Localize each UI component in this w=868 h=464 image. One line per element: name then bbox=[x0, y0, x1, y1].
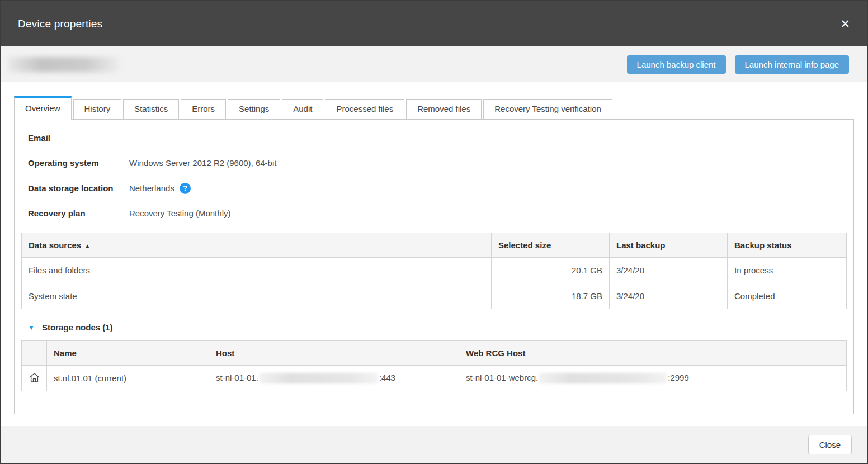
column-header-backup-status[interactable]: Backup status bbox=[728, 233, 847, 258]
dialog-title: Device properties bbox=[18, 18, 102, 30]
dialog-footer: Close bbox=[1, 426, 867, 463]
field-data-storage-location: Data storage location Netherlands ? bbox=[28, 182, 840, 194]
tab-overview[interactable]: Overview bbox=[14, 96, 72, 120]
home-icon bbox=[29, 376, 40, 385]
data-sources-header-row: Data sources▲ Selected size Last backup … bbox=[22, 233, 847, 258]
data-source-name: System state bbox=[22, 283, 492, 309]
field-label-data-storage-location: Data storage location bbox=[28, 183, 129, 193]
storage-nodes-title: Storage nodes (1) bbox=[42, 323, 113, 332]
data-source-name: Files and folders bbox=[22, 258, 492, 283]
field-value-recovery-plan: Recovery Testing (Monthly) bbox=[129, 209, 230, 218]
last-backup-value: 3/24/20 bbox=[610, 283, 728, 309]
field-label-recovery-plan: Recovery plan bbox=[28, 209, 129, 218]
help-icon[interactable]: ? bbox=[180, 183, 191, 194]
collapse-triangle-icon: ▼ bbox=[28, 324, 35, 332]
tab-errors[interactable]: Errors bbox=[181, 99, 226, 119]
column-header-data-sources[interactable]: Data sources▲ bbox=[22, 233, 492, 258]
sort-ascending-icon: ▲ bbox=[84, 243, 90, 249]
tab-recovery-testing-verification[interactable]: Recovery Testing verification bbox=[483, 99, 612, 119]
close-icon[interactable]: ✕ bbox=[840, 18, 850, 30]
column-header-web-rcg-host[interactable]: Web RCG Host bbox=[459, 341, 847, 366]
column-header-last-backup[interactable]: Last backup bbox=[610, 233, 728, 258]
selected-size-value: 20.1 GB bbox=[492, 258, 610, 283]
device-fields: Email Operating system Windows Server 20… bbox=[28, 132, 840, 219]
field-email: Email bbox=[28, 132, 840, 144]
tab-statistics[interactable]: Statistics bbox=[123, 99, 179, 119]
selected-size-value: 18.7 GB bbox=[492, 283, 610, 309]
web-rcg-host-redacted bbox=[539, 373, 667, 383]
device-properties-dialog: Device properties ✕ Launch backup client… bbox=[0, 0, 868, 464]
data-sources-table: Data sources▲ Selected size Last backup … bbox=[21, 233, 847, 309]
launch-internal-info-page-button[interactable]: Launch internal info page bbox=[735, 55, 849, 74]
tab-bar: Overview History Statistics Errors Setti… bbox=[14, 96, 854, 119]
backup-status-value: In process bbox=[728, 258, 847, 283]
storage-node-host: st-nl-01-01.:443 bbox=[209, 366, 459, 391]
tab-history[interactable]: History bbox=[73, 99, 122, 119]
launch-button-group: Launch backup client Launch internal inf… bbox=[627, 55, 849, 74]
home-icon-cell bbox=[22, 366, 47, 391]
tab-settings[interactable]: Settings bbox=[228, 99, 280, 119]
table-row[interactable]: Files and folders 20.1 GB 3/24/20 In pro… bbox=[22, 258, 847, 283]
close-button[interactable]: Close bbox=[808, 435, 852, 454]
column-header-selected-size[interactable]: Selected size bbox=[492, 233, 610, 258]
overview-panel: Email Operating system Windows Server 20… bbox=[14, 119, 854, 414]
column-header-host[interactable]: Host bbox=[209, 341, 459, 366]
storage-node-web-rcg-host: st-nl-01-01-webrcg.:2999 bbox=[459, 366, 847, 391]
storage-nodes-toggle[interactable]: ▼ Storage nodes (1) bbox=[28, 323, 840, 332]
launch-backup-client-button[interactable]: Launch backup client bbox=[627, 55, 726, 74]
field-value-data-storage-location: Netherlands ? bbox=[129, 183, 191, 194]
data-storage-location-text: Netherlands bbox=[129, 183, 174, 193]
storage-node-name: st.nl.01.01 (current) bbox=[47, 366, 209, 391]
field-value-operating-system: Windows Server 2012 R2 (9600), 64-bit bbox=[129, 158, 276, 168]
tab-removed-files[interactable]: Removed files bbox=[406, 99, 482, 119]
last-backup-value: 3/24/20 bbox=[610, 258, 728, 283]
column-header-name[interactable]: Name bbox=[47, 341, 209, 366]
host-redacted bbox=[260, 373, 378, 383]
column-header-node-icon bbox=[22, 341, 47, 366]
device-name-redacted bbox=[8, 57, 120, 72]
storage-nodes-header-row: Name Host Web RCG Host bbox=[22, 341, 847, 366]
field-operating-system: Operating system Windows Server 2012 R2 … bbox=[28, 157, 840, 169]
backup-status-value: Completed bbox=[728, 283, 847, 309]
field-label-operating-system: Operating system bbox=[28, 158, 129, 168]
field-recovery-plan: Recovery plan Recovery Testing (Monthly) bbox=[28, 207, 840, 219]
dialog-subheader: Launch backup client Launch internal inf… bbox=[1, 46, 867, 82]
storage-nodes-table: Name Host Web RCG Host bbox=[21, 340, 847, 391]
tab-audit[interactable]: Audit bbox=[282, 99, 323, 119]
tab-processed-files[interactable]: Processed files bbox=[325, 99, 404, 119]
dialog-content: Overview History Statistics Errors Setti… bbox=[1, 82, 867, 426]
table-row[interactable]: st.nl.01.01 (current) st-nl-01-01.:443 s… bbox=[22, 366, 847, 391]
table-row[interactable]: System state 18.7 GB 3/24/20 Completed bbox=[22, 283, 847, 309]
dialog-titlebar: Device properties ✕ bbox=[1, 1, 867, 46]
field-label-email: Email bbox=[28, 133, 129, 143]
